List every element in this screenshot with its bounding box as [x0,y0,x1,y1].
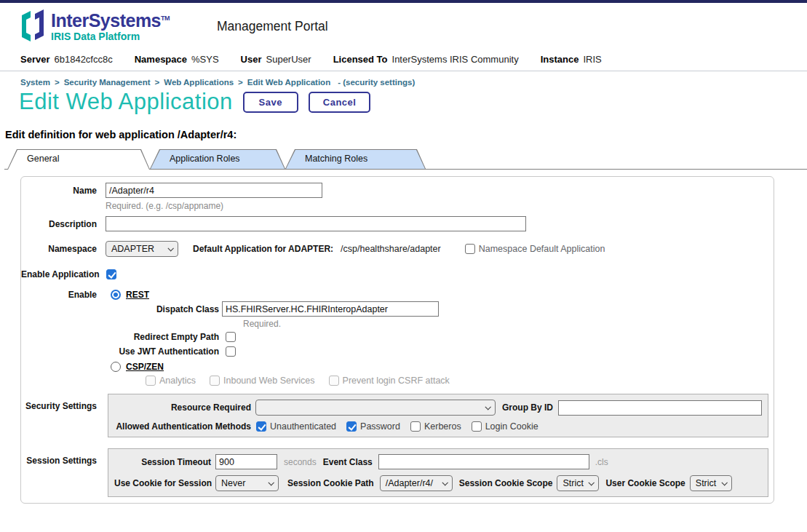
chevron-down-icon [589,480,595,485]
server-info: Server6b1842cfcc8c [20,54,113,65]
security-settings-panel: Resource Required Group By ID Allowed Au… [108,394,768,437]
chevron-down-icon [721,480,727,485]
event-class-label: Event Class [323,457,373,467]
description-label: Description [21,219,97,229]
allowed-auth-methods-label: Allowed Authentication Methods [114,421,251,432]
chevron-down-icon [485,404,490,410]
password-option: Password [346,421,400,432]
tab-application-roles[interactable]: Application Roles [150,149,285,169]
chevron-down-icon [167,245,173,251]
session-cookie-path-select[interactable]: /Adapter/r4/ [380,475,453,491]
unauthenticated-option: Unauthenticated [256,421,336,432]
namespace-default-checkbox[interactable] [465,244,475,254]
namespace-info: Namespace%SYS [135,54,219,65]
page-title: Edit Web Application [19,89,233,115]
rest-radio[interactable] [111,290,121,300]
cspzen-radio[interactable] [111,362,121,372]
default-app-value: /csp/healthshare/adapter [341,244,441,254]
breadcrumb: System>Security Management>Web Applicati… [20,78,807,87]
name-hint: Required. (e.g. /csp/appname) [106,201,774,211]
dispatch-class-label: Dispatch Class [21,304,219,314]
chevron-down-icon [442,480,448,485]
seconds-suffix: seconds [284,457,317,467]
trademark: TM [161,15,170,22]
tab-matching-roles[interactable]: Matching Roles [285,149,426,169]
security-settings-label: Security Settings [21,394,97,411]
rest-link[interactable]: REST [126,290,149,300]
login-cookie-checkbox[interactable] [472,421,482,432]
redirect-empty-path-checkbox[interactable] [226,332,236,342]
cspzen-link[interactable]: CSP/ZEN [126,362,164,372]
use-jwt-label: Use JWT Authentication [21,346,219,357]
enable-label: Enable [21,290,97,300]
session-timeout-label: Session Timeout [114,457,211,467]
cancel-button[interactable]: Cancel [309,92,371,113]
use-jwt-checkbox[interactable] [226,346,236,357]
kerberos-checkbox[interactable] [410,421,421,432]
analytics-checkbox[interactable] [146,376,156,386]
use-cookie-label: Use Cookie for Session [114,478,211,488]
namespace-select[interactable]: ADAPTER [106,241,178,257]
password-checkbox[interactable] [346,421,357,432]
breadcrumb-web-applications[interactable]: Web Applications [164,78,234,87]
breadcrumb-separator: > [238,78,243,87]
portal-title: Management Portal [217,19,328,34]
namespace-label: Namespace [21,244,97,254]
tab-general[interactable]: General [7,149,150,170]
description-input[interactable] [106,216,526,231]
brand-name: InterSystemsTM [51,9,170,30]
prevent-csrf-checkbox[interactable] [329,376,339,386]
prevent-csrf-option: Prevent login CSRF attack [329,376,450,386]
name-label: Name [21,186,97,196]
cls-suffix: .cls [595,457,608,467]
user-info: UserSuperUser [241,54,311,65]
session-timeout-input[interactable] [215,454,277,469]
user-cookie-scope-label: User Cookie Scope [605,478,685,488]
inbound-web-services-option: Inbound Web Services [210,376,315,386]
server-info-bar: Server6b1842cfcc8c Namespace%SYS UserSup… [20,54,602,65]
user-cookie-scope-select[interactable]: Strict [690,475,732,491]
session-cookie-scope-select[interactable]: Strict [557,475,599,491]
brand-subtitle: IRIS Data Platform [51,31,170,42]
kerberos-option: Kerberos [410,421,461,432]
use-cookie-select[interactable]: Never [215,475,279,491]
session-settings-panel: Session Timeout seconds Event Class .cls… [108,448,768,497]
redirect-empty-path-label: Redirect Empty Path [21,332,219,342]
analytics-option: Analytics [146,376,196,386]
dispatch-class-input[interactable] [222,301,439,317]
unauthenticated-checkbox[interactable] [256,421,266,432]
license-info: Licensed ToInterSystems IRIS Community [333,54,519,65]
instance-info: InstanceIRIS [541,54,602,65]
chevron-down-icon [268,480,274,485]
dispatch-class-hint: Required. [243,319,774,329]
namespace-default-label: Namespace Default Application [479,244,605,254]
group-by-id-label: Group By ID [502,402,553,413]
enable-application-checkbox[interactable] [106,269,116,279]
resource-required-select[interactable] [255,400,496,416]
default-app-label: Default Application for ADAPTER: [193,244,333,254]
group-by-id-input[interactable] [558,400,762,416]
event-class-input[interactable] [378,454,589,469]
tab-bar: General Application Roles Matching Roles [0,149,807,170]
intersystems-logo-icon [20,9,45,42]
breadcrumb-edit-web-application[interactable]: Edit Web Application [247,78,330,87]
name-input[interactable] [106,183,322,198]
enable-application-label: Enable Application [21,269,97,279]
breadcrumb-suffix: - (security settings) [338,78,415,87]
save-button[interactable]: Save [243,92,298,113]
general-tab-panel: Name Required. (e.g. /csp/appname) Descr… [20,176,774,504]
session-settings-label: Session Settings [21,449,97,466]
inbound-web-services-checkbox[interactable] [210,376,220,386]
breadcrumb-security-management[interactable]: Security Management [64,78,151,87]
breadcrumb-system[interactable]: System [20,78,50,87]
portal-header: InterSystemsTM IRIS Data Platform Manage… [0,3,807,71]
edit-definition-heading: Edit definition for web application /Ada… [5,129,807,140]
login-cookie-option: Login Cookie [472,421,538,432]
resource-required-label: Resource Required [114,402,251,413]
intersystems-logo: InterSystemsTM IRIS Data Platform [20,9,170,42]
breadcrumb-separator: > [155,78,160,87]
breadcrumb-separator: > [55,78,60,87]
session-cookie-path-label: Session Cookie Path [287,478,374,488]
session-cookie-scope-label: Session Cookie Scope [459,478,553,488]
